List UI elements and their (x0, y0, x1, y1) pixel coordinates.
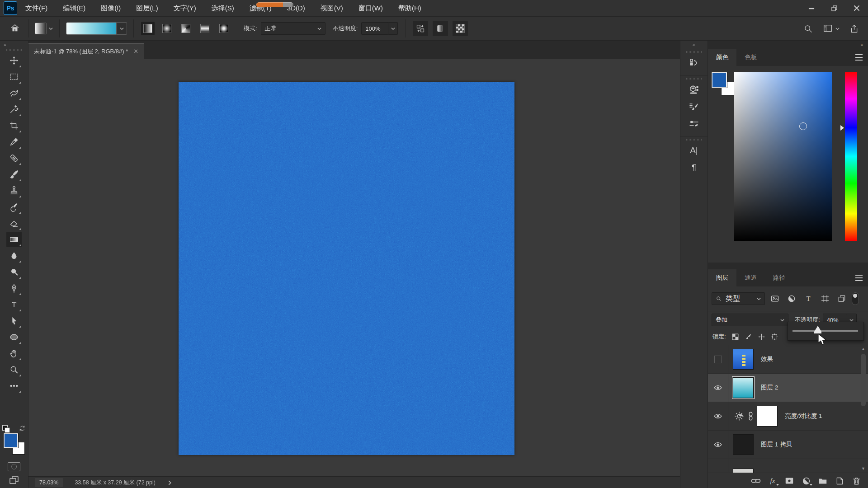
lock-image-pixels-icon[interactable] (745, 333, 752, 341)
tab-close-icon[interactable]: ✕ (133, 48, 138, 55)
history-brush-tool[interactable] (6, 199, 22, 215)
new-layer-button[interactable] (834, 475, 845, 486)
home-button[interactable] (5, 23, 24, 34)
filter-adjustment-button[interactable] (785, 292, 798, 305)
foreground-color-swatch[interactable] (4, 433, 18, 448)
brushes-panel-button[interactable] (685, 115, 703, 132)
toolbar-gripper[interactable] (6, 49, 22, 51)
pen-tool[interactable] (6, 281, 22, 296)
screen-mode-button[interactable] (9, 475, 19, 486)
filter-type-select[interactable]: 类型 (712, 292, 765, 305)
strip-gripper[interactable] (686, 51, 702, 53)
hand-tool[interactable] (6, 346, 22, 361)
blend-mode-select[interactable]: 正常 (261, 22, 326, 35)
swap-colors-icon[interactable] (19, 425, 26, 432)
minimize-button[interactable] (800, 0, 823, 16)
document-tab[interactable]: 未标题-1 @ 78% (图层 2, RGB/8#) * ✕ (28, 43, 144, 59)
filter-smart-object-button[interactable] (835, 292, 849, 305)
gradient-editor[interactable] (63, 22, 130, 35)
menu-window[interactable]: 窗口(W) (359, 4, 383, 13)
menu-select[interactable]: 选择(S) (212, 4, 234, 13)
add-layer-mask-button[interactable] (784, 475, 795, 486)
3d-panel-button[interactable] (685, 81, 703, 98)
share-icon[interactable] (849, 24, 859, 33)
rectangular-marquee-tool[interactable] (6, 69, 22, 84)
layers-scrollbar[interactable]: ▲ ▼ (860, 347, 867, 471)
layer-blend-mode-select[interactable]: 叠加 (712, 314, 788, 326)
menu-layer[interactable]: 图层(L) (136, 4, 158, 13)
lock-artboard-icon[interactable] (771, 333, 778, 341)
opacity-slider-thumb[interactable] (814, 326, 821, 332)
ellipse-tool[interactable] (6, 329, 22, 345)
dodge-tool[interactable] (6, 264, 22, 280)
saturation-brightness-field[interactable] (734, 72, 832, 241)
filter-shape-button[interactable] (818, 292, 832, 305)
canvas[interactable] (179, 82, 514, 455)
color-field-cursor[interactable] (799, 122, 807, 130)
scroll-up-icon[interactable]: ▲ (861, 347, 865, 351)
layer-name[interactable]: 效果 (761, 355, 773, 363)
workspace-switcher[interactable] (823, 23, 840, 33)
pasteboard[interactable] (28, 59, 680, 476)
spot-healing-brush-tool[interactable] (6, 150, 22, 166)
new-group-button[interactable] (817, 475, 828, 486)
layer-thumbnail[interactable] (733, 434, 754, 455)
crop-tool[interactable] (6, 118, 22, 133)
move-tool[interactable] (6, 53, 22, 68)
visibility-toggle[interactable] (708, 345, 728, 373)
paragraph-panel-button[interactable]: ¶ (685, 159, 703, 176)
layer-name[interactable]: 亮度/对比度 1 (785, 412, 822, 420)
link-layers-button[interactable] (750, 475, 761, 486)
layer-thumbnail[interactable] (733, 349, 754, 370)
delete-layer-button[interactable] (851, 475, 862, 486)
path-selection-tool[interactable] (6, 313, 22, 328)
document-size-info[interactable]: 33.58 厘米 x 37.29 厘米 (72 ppi) (75, 479, 156, 487)
history-panel-button[interactable] (685, 54, 703, 71)
layer-mask-thumbnail[interactable] (757, 406, 778, 427)
default-colors-button[interactable] (2, 423, 16, 432)
foreground-color-swatch-small[interactable] (712, 72, 727, 88)
tab-color[interactable]: 颜色 (708, 49, 736, 66)
layer-row-layer2[interactable]: 图层 2 (708, 374, 868, 402)
filter-toggle-switch[interactable] (852, 292, 859, 305)
filter-type-button[interactable]: T (802, 292, 815, 305)
angle-gradient-button[interactable] (179, 22, 193, 35)
layer-thumbnail[interactable] (733, 377, 754, 398)
quick-mask-button[interactable] (8, 462, 20, 471)
dock-collapse-button[interactable]: » (708, 41, 868, 49)
brush-tool[interactable] (6, 167, 22, 182)
search-icon[interactable] (803, 24, 813, 33)
new-adjustment-layer-button[interactable] (801, 475, 811, 486)
strip-gripper[interactable] (686, 139, 702, 141)
layer-style-button[interactable]: fx (767, 475, 778, 486)
reverse-button[interactable] (413, 21, 428, 36)
layer-thumbnail[interactable] (733, 469, 754, 473)
color-panel-menu-button[interactable] (855, 49, 868, 66)
tab-swatches[interactable]: 色板 (736, 49, 765, 66)
eyedropper-tool[interactable] (6, 134, 22, 150)
tab-paths[interactable]: 路径 (765, 269, 793, 286)
layer-name[interactable]: 图层 2 (761, 384, 778, 392)
reflected-gradient-button[interactable] (198, 22, 212, 35)
layers-panel-menu-button[interactable] (855, 269, 868, 286)
character-panel-button[interactable]: A| (685, 142, 703, 159)
dither-button[interactable] (433, 21, 448, 36)
layer-row-effects[interactable]: 效果 (708, 345, 868, 374)
restore-button[interactable] (823, 0, 845, 16)
gradient-tool[interactable] (6, 232, 22, 247)
scrollbar-thumb[interactable] (861, 354, 866, 406)
tab-channels[interactable]: 通道 (736, 269, 765, 286)
tool-preset-picker[interactable] (32, 23, 56, 34)
gradient-picker-button[interactable] (117, 22, 127, 35)
hue-slider[interactable] (845, 72, 857, 241)
menu-help[interactable]: 帮助(H) (398, 4, 421, 13)
radial-gradient-button[interactable] (160, 22, 174, 35)
blur-tool[interactable] (6, 248, 22, 263)
brush-settings-panel-button[interactable] (685, 98, 703, 115)
layer-name[interactable]: 图层 1 拷贝 (761, 441, 792, 449)
zoom-level-field[interactable]: 78.03% (35, 478, 63, 487)
eraser-tool[interactable] (6, 216, 22, 231)
menu-type[interactable]: 文字(Y) (174, 4, 196, 13)
strip-gripper[interactable] (686, 78, 702, 80)
opacity-slider-track[interactable] (793, 330, 858, 332)
